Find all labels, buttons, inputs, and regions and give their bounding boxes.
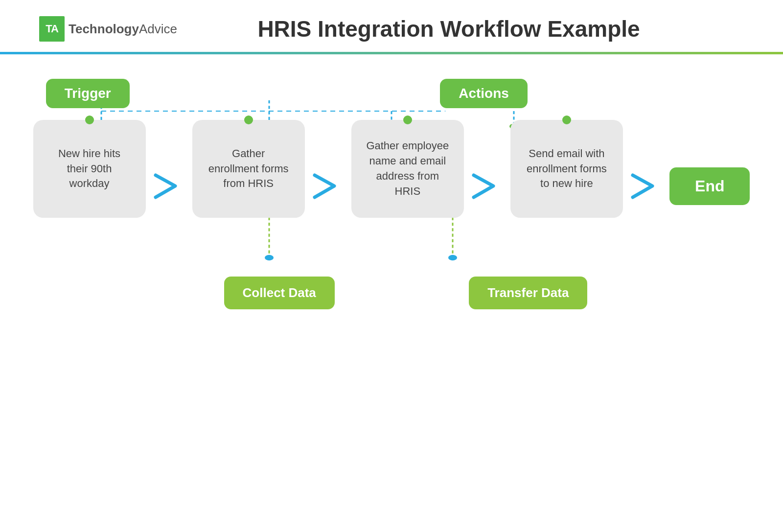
card-send-email-text: Send email with enrollment forms to new … [524,146,609,191]
svg-point-10 [265,255,274,260]
arrow1-icon [153,173,185,200]
logo-icon: TA [39,16,65,42]
logo-text: TechnologyAdvice [69,22,177,37]
arrow2-icon [312,173,344,200]
end-node: End [669,167,750,205]
logo: TA TechnologyAdvice [39,16,177,42]
card-trigger-text: New hire hits their 90th workday [47,146,132,191]
page-title: HRIS Integration Workflow Example [193,16,744,42]
dot-card4 [562,116,571,124]
arrow1 [153,134,185,200]
card2-node: Gather enrollment forms from HRIS [192,116,305,218]
dot-card2 [244,116,253,124]
card-gather-employee-text: Gather employee name and email address f… [365,139,450,199]
end-badge: End [669,167,750,205]
arrow3-icon [471,173,503,200]
transfer-data-badge: Transfer Data [469,277,587,309]
card-gather-employee: Gather employee name and email address f… [351,120,464,218]
arrow4-icon [630,173,662,200]
dot-card1 [85,116,94,124]
workflow-container: Trigger Actions [29,79,754,309]
arrow4 [630,134,662,200]
trigger-badge: Trigger [46,79,130,108]
svg-point-12 [448,255,457,260]
card-gather-enrollment: Gather enrollment forms from HRIS [192,120,305,218]
collect-data-badge: Collect Data [224,277,335,309]
card-trigger: New hire hits their 90th workday [33,120,146,218]
card-gather-enrollment-text: Gather enrollment forms from HRIS [206,146,291,191]
card4-node: Send email with enrollment forms to new … [510,116,623,218]
cards-row: New hire hits their 90th workday Gather … [29,116,754,218]
gradient-divider [0,52,783,54]
arrow2 [312,134,344,200]
arrow3 [471,134,503,200]
card1-node: New hire hits their 90th workday [33,116,146,218]
dot-card3 [403,116,412,124]
card3-node: Gather employee name and email address f… [351,116,464,218]
page: TA TechnologyAdvice HRIS Integration Wor… [0,0,783,532]
header: TA TechnologyAdvice HRIS Integration Wor… [0,0,783,42]
card-send-email: Send email with enrollment forms to new … [510,120,623,218]
actions-badge: Actions [440,79,528,108]
